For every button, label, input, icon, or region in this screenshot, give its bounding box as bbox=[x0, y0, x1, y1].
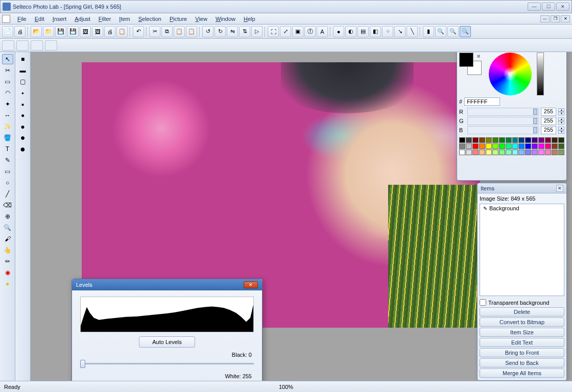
rotate-right-icon[interactable]: ↻ bbox=[214, 26, 226, 37]
swatch[interactable] bbox=[506, 137, 512, 143]
white-slider[interactable] bbox=[80, 380, 254, 381]
swatch[interactable] bbox=[525, 137, 531, 143]
swatch[interactable] bbox=[538, 143, 544, 149]
pointer-tool-icon[interactable]: ↖ bbox=[2, 54, 13, 64]
list-item[interactable]: ✎Background bbox=[480, 204, 564, 212]
preview-icon[interactable]: 🖨 bbox=[104, 26, 115, 37]
menu-help[interactable]: Help bbox=[240, 15, 259, 23]
swatch[interactable] bbox=[479, 150, 485, 155]
black-slider[interactable] bbox=[80, 359, 254, 369]
swatch[interactable] bbox=[479, 137, 485, 143]
menu-picture[interactable]: Picture bbox=[165, 15, 191, 23]
flip-v-icon[interactable]: ⇅ bbox=[239, 26, 250, 37]
b-up-icon[interactable]: ▴ bbox=[558, 127, 564, 130]
swatch[interactable] bbox=[459, 143, 465, 149]
levels-close-icon[interactable]: ✕ bbox=[244, 281, 258, 288]
mdi-restore-button[interactable]: ❐ bbox=[551, 15, 560, 22]
menu-adjust[interactable]: Adjust bbox=[70, 15, 94, 23]
shape-circle-med-icon[interactable]: ● bbox=[17, 99, 29, 109]
swatch[interactable] bbox=[545, 137, 551, 143]
swatch[interactable] bbox=[538, 137, 544, 143]
foreground-color-swatch[interactable] bbox=[459, 53, 473, 67]
swatch[interactable] bbox=[499, 143, 505, 149]
swap-colors-icon[interactable]: ⤭ bbox=[476, 54, 481, 59]
r-up-icon[interactable]: ▴ bbox=[558, 108, 564, 112]
red-eye-tool-icon[interactable]: ◉ bbox=[2, 267, 13, 278]
swatch[interactable] bbox=[486, 150, 492, 155]
swatch[interactable] bbox=[459, 150, 465, 155]
zoom-fit-icon[interactable]: 🔍 bbox=[447, 26, 459, 37]
resize-icon[interactable]: ⤢ bbox=[280, 26, 291, 37]
edit-text-button[interactable]: Edit Text bbox=[480, 338, 564, 347]
items-list[interactable]: ✎Background bbox=[480, 204, 564, 296]
swatch[interactable] bbox=[518, 150, 525, 155]
export-icon[interactable]: 🖼 bbox=[80, 26, 91, 37]
line-tool-icon[interactable]: ╱ bbox=[2, 189, 13, 199]
text-box-icon[interactable]: Ⓣ bbox=[304, 26, 316, 37]
record-icon[interactable]: ● bbox=[333, 26, 344, 37]
marquee-tool-icon[interactable]: ▭ bbox=[2, 77, 13, 87]
eraser-tool-icon[interactable]: ⌫ bbox=[2, 200, 13, 210]
swatch[interactable] bbox=[466, 150, 472, 155]
close-button[interactable]: ✕ bbox=[556, 3, 569, 11]
swatch[interactable] bbox=[518, 143, 525, 149]
swatch[interactable] bbox=[466, 137, 472, 143]
swatch[interactable] bbox=[512, 150, 518, 155]
shape-rounded-icon[interactable]: ▢ bbox=[17, 77, 29, 87]
save-as-icon[interactable]: 💾 bbox=[67, 26, 79, 37]
eyedropper2-icon[interactable]: ↘ bbox=[394, 26, 406, 37]
maximize-button[interactable]: ☐ bbox=[542, 3, 555, 11]
menu-insert[interactable]: Insert bbox=[49, 15, 71, 23]
menu-edit[interactable]: Edit bbox=[31, 15, 49, 23]
lasso-tool-icon[interactable]: ◠ bbox=[2, 88, 13, 98]
selection-sub-icon[interactable] bbox=[31, 40, 43, 51]
hue-icon[interactable]: ▮ bbox=[423, 26, 434, 37]
open-folder-icon[interactable]: 📂 bbox=[31, 26, 42, 37]
canvas-area[interactable]: Colors✕ ⤭ # R bbox=[31, 52, 572, 381]
fill-tool-icon[interactable]: 🪣 bbox=[2, 133, 13, 143]
contrast-icon[interactable]: ◐ bbox=[345, 26, 356, 37]
swatch[interactable] bbox=[472, 143, 479, 149]
wand-tool-icon[interactable]: ✨ bbox=[2, 121, 13, 132]
merge-all-items-button[interactable]: Merge All Items bbox=[480, 369, 564, 378]
rectangle-tool-icon[interactable]: ▭ bbox=[2, 166, 13, 177]
swatch[interactable] bbox=[532, 150, 538, 155]
swatch[interactable] bbox=[506, 150, 512, 155]
save-icon[interactable]: 💾 bbox=[55, 26, 66, 37]
swatch[interactable] bbox=[479, 143, 485, 149]
cut-icon[interactable]: ✂ bbox=[149, 26, 160, 37]
ellipse-tool-icon[interactable]: ○ bbox=[2, 178, 13, 188]
swatch[interactable] bbox=[492, 150, 498, 155]
r-slider[interactable] bbox=[467, 108, 539, 116]
menu-window[interactable]: Window bbox=[211, 15, 240, 23]
swatch[interactable] bbox=[558, 150, 564, 155]
selection-add-icon[interactable] bbox=[16, 40, 29, 51]
scissors-tool-icon[interactable]: ✂ bbox=[2, 65, 13, 76]
swatch[interactable] bbox=[532, 143, 538, 149]
swatch[interactable] bbox=[545, 143, 551, 149]
selection-mode-icon[interactable] bbox=[2, 40, 14, 51]
swatch[interactable] bbox=[466, 143, 472, 149]
sharpen-icon[interactable]: ╲ bbox=[407, 26, 418, 37]
channels-icon[interactable]: ⁘ bbox=[382, 26, 393, 37]
swatch[interactable] bbox=[486, 143, 492, 149]
eyedropper-tool-icon[interactable]: ✎ bbox=[2, 155, 13, 165]
clone-tool-icon[interactable]: ⊕ bbox=[2, 211, 13, 222]
g-slider[interactable] bbox=[467, 117, 539, 125]
shape-circle-xl-icon[interactable]: ● bbox=[17, 133, 29, 143]
swatch[interactable] bbox=[525, 143, 531, 149]
zoom-in-icon[interactable]: 🔍 bbox=[460, 26, 471, 37]
swatch[interactable] bbox=[506, 143, 512, 149]
invert-icon[interactable]: ◧ bbox=[370, 26, 381, 37]
swatch[interactable] bbox=[545, 150, 551, 155]
g-value[interactable]: 255 bbox=[541, 117, 556, 125]
item-size-button[interactable]: Item Size bbox=[480, 328, 564, 337]
swatch[interactable] bbox=[518, 137, 525, 143]
swatch[interactable] bbox=[552, 150, 558, 155]
paste-special-icon[interactable]: 📋 bbox=[186, 26, 197, 37]
items-close-icon[interactable]: ✕ bbox=[556, 185, 563, 192]
swatch[interactable] bbox=[512, 137, 518, 143]
polygon-lasso-tool-icon[interactable]: ✦ bbox=[2, 99, 13, 109]
zoom-out-icon[interactable]: 🔍 bbox=[435, 26, 446, 37]
zoom-tool-icon[interactable]: 🔍 bbox=[2, 223, 13, 233]
